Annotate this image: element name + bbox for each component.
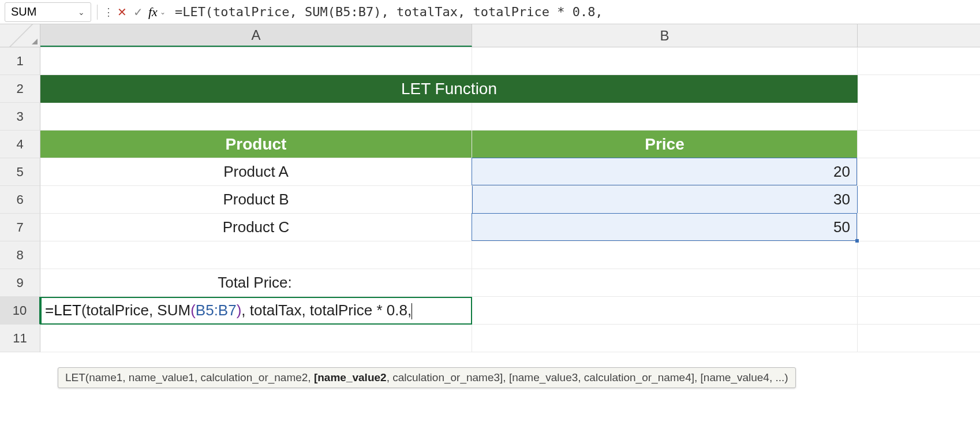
- cell-B3[interactable]: [472, 103, 858, 130]
- chevron-down-icon[interactable]: ⌄: [78, 8, 85, 17]
- row-head-1[interactable]: 1: [0, 47, 40, 75]
- row-7: Product C 50: [40, 214, 980, 241]
- row-head-8[interactable]: 8: [0, 241, 40, 269]
- cell-A6[interactable]: Product B: [40, 186, 472, 213]
- row-9: Total Price:: [40, 269, 980, 297]
- select-all-corner[interactable]: [0, 24, 40, 47]
- header-product[interactable]: Product: [40, 131, 472, 158]
- cell-B9[interactable]: [472, 269, 858, 296]
- name-box[interactable]: SUM ⌄: [5, 2, 91, 22]
- row-3: [40, 103, 980, 131]
- row-head-9[interactable]: 9: [0, 269, 40, 297]
- row-headers: 1 2 3 4 5 6 7 8 9 10 11: [0, 24, 40, 352]
- column-headers: A B: [40, 24, 980, 47]
- row-5: Product A 20: [40, 158, 980, 186]
- cell-B7[interactable]: 50: [472, 214, 858, 241]
- row-6: Product B 30: [40, 186, 980, 214]
- row-head-7[interactable]: 7: [0, 214, 40, 241]
- text-cursor: [412, 303, 412, 319]
- cell-B6[interactable]: 30: [472, 186, 858, 213]
- cell-B1[interactable]: [472, 47, 858, 74]
- row-8: [40, 241, 980, 269]
- row-2: LET Function: [40, 75, 980, 103]
- cell-A9[interactable]: Total Price:: [40, 269, 472, 296]
- cell-A1[interactable]: [40, 47, 472, 74]
- grid: A B LET Function Product Price Product A…: [40, 24, 980, 352]
- cell-A8[interactable]: [40, 241, 472, 269]
- row-head-2[interactable]: 2: [0, 75, 40, 103]
- header-price[interactable]: Price: [472, 131, 858, 158]
- row-head-11[interactable]: 11: [0, 325, 40, 352]
- cell-B10[interactable]: [472, 297, 858, 324]
- name-box-value: SUM: [11, 5, 36, 18]
- title-cell[interactable]: LET Function: [40, 75, 858, 103]
- row-11: [40, 325, 980, 352]
- chevron-down-icon[interactable]: ⌄: [160, 8, 166, 16]
- cell-A3[interactable]: [40, 103, 472, 130]
- cell-A11[interactable]: [40, 325, 472, 352]
- cell-A5[interactable]: Product A: [40, 158, 472, 185]
- cancel-icon[interactable]: ✕: [114, 4, 130, 20]
- col-head-b[interactable]: B: [472, 24, 858, 47]
- divider: [97, 5, 98, 20]
- spreadsheet: 1 2 3 4 5 6 7 8 9 10 11 A B LET Function…: [0, 24, 980, 352]
- cell-formula-text: =LET(totalPrice, SUM(B5:B7), totalTax, t…: [45, 301, 412, 319]
- row-4: Product Price: [40, 131, 980, 158]
- cell-B11[interactable]: [472, 325, 858, 352]
- row-10: =LET(totalPrice, SUM(B5:B7), totalTax, t…: [40, 297, 980, 325]
- cell-A7[interactable]: Product C: [40, 214, 472, 241]
- row-head-10[interactable]: 10: [0, 297, 40, 325]
- cell-B8[interactable]: [472, 241, 858, 269]
- row-head-5[interactable]: 5: [0, 158, 40, 186]
- row-head-6[interactable]: 6: [0, 186, 40, 214]
- fx-icon[interactable]: fx: [148, 5, 158, 20]
- formula-bar: SUM ⌄ ⋮ ✕ ✓ fx ⌄ =LET(totalPrice, SUM(B5…: [0, 0, 980, 24]
- more-icon[interactable]: ⋮: [103, 6, 114, 18]
- cell-A10-editing[interactable]: =LET(totalPrice, SUM(B5:B7), totalTax, t…: [40, 297, 472, 324]
- row-head-4[interactable]: 4: [0, 131, 40, 158]
- col-head-a[interactable]: A: [40, 24, 472, 47]
- row-head-3[interactable]: 3: [0, 103, 40, 131]
- cell-B5[interactable]: 20: [472, 158, 858, 185]
- accept-icon[interactable]: ✓: [130, 4, 146, 20]
- row-1: [40, 47, 980, 75]
- formula-bar-input[interactable]: =LET(totalPrice, SUM(B5:B7), totalTax, t…: [175, 5, 975, 19]
